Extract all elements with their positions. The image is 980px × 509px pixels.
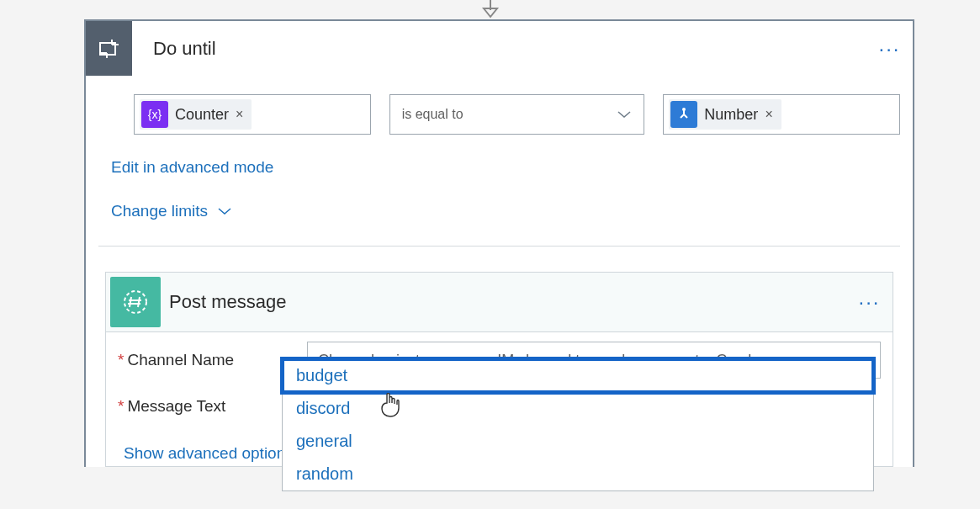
counter-token[interactable]: {x} Counter ×: [140, 99, 252, 130]
counter-token-remove[interactable]: ×: [236, 107, 243, 122]
post-message-menu-button[interactable]: ···: [846, 290, 893, 314]
condition-operator-select[interactable]: is equal to: [389, 94, 645, 135]
message-text-label: *Message Text: [118, 397, 307, 416]
connector-arrow-icon: [479, 0, 502, 20]
dropdown-option-budget[interactable]: budget: [283, 359, 873, 392]
dropdown-option-general[interactable]: general: [283, 425, 873, 458]
channel-name-dropdown[interactable]: budget discord general random: [282, 358, 874, 491]
separator: [98, 246, 900, 247]
dropdown-option-discord[interactable]: discord: [283, 392, 873, 425]
chevron-down-icon: [617, 109, 632, 119]
do-until-title: Do until: [132, 38, 866, 60]
operator-label: is equal to: [402, 107, 464, 122]
number-token[interactable]: Number ×: [669, 99, 781, 130]
svg-point-2: [124, 291, 146, 313]
change-limits-link[interactable]: Change limits: [111, 202, 208, 220]
post-message-title: Post message: [169, 291, 846, 313]
channel-name-label: *Channel Name: [118, 351, 307, 369]
loop-icon: [86, 21, 132, 76]
chevron-down-icon: [217, 202, 232, 220]
required-mark: *: [118, 397, 124, 415]
svg-point-1: [682, 108, 686, 111]
show-advanced-options-link[interactable]: Show advanced options: [124, 444, 294, 463]
condition-right-input[interactable]: Number ×: [663, 94, 900, 135]
number-token-remove[interactable]: ×: [765, 107, 772, 122]
variable-icon: {x}: [141, 101, 168, 128]
manual-trigger-icon: [670, 101, 697, 128]
counter-token-label: Counter: [175, 106, 229, 124]
condition-left-input[interactable]: {x} Counter ×: [134, 94, 371, 135]
do-until-menu-button[interactable]: ···: [866, 37, 913, 61]
required-mark: *: [118, 351, 124, 368]
number-token-label: Number: [704, 106, 758, 124]
edit-advanced-mode-link[interactable]: Edit in advanced mode: [111, 158, 273, 176]
condition-row: {x} Counter × is equal to: [134, 94, 900, 135]
hash-icon: [110, 277, 161, 327]
dropdown-option-random[interactable]: random: [283, 458, 873, 490]
do-until-header[interactable]: Do until ···: [86, 21, 913, 76]
post-message-header[interactable]: Post message ···: [106, 273, 893, 332]
